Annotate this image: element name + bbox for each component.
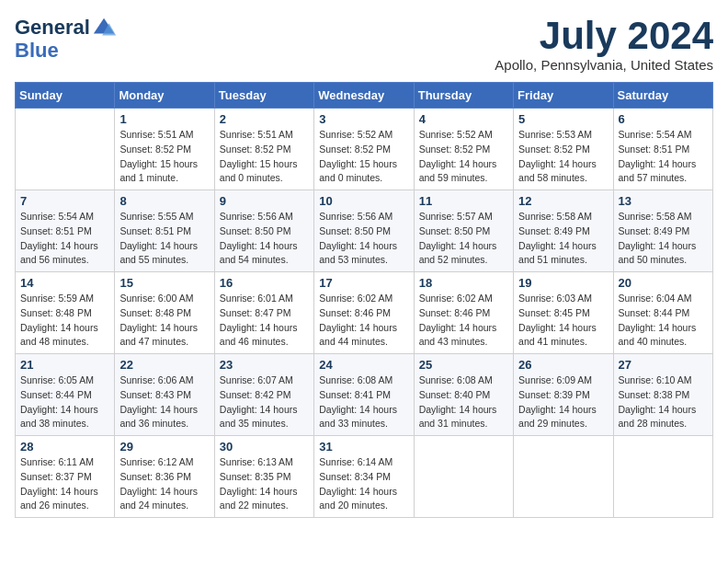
day-number: 23 <box>220 358 309 372</box>
table-row: 21Sunrise: 6:05 AMSunset: 8:44 PMDayligh… <box>16 354 115 436</box>
table-row: 10Sunrise: 5:56 AMSunset: 8:50 PMDayligh… <box>314 190 414 272</box>
cell-info: Sunrise: 6:10 AMSunset: 8:38 PMDaylight:… <box>619 373 708 431</box>
cell-info: Sunrise: 6:07 AMSunset: 8:42 PMDaylight:… <box>220 373 309 431</box>
table-row: 2Sunrise: 5:51 AMSunset: 8:52 PMDaylight… <box>214 109 313 190</box>
cell-info: Sunrise: 5:58 AMSunset: 8:49 PMDaylight:… <box>518 210 608 268</box>
table-row: 20Sunrise: 6:04 AMSunset: 8:44 PMDayligh… <box>613 272 712 354</box>
cell-info: Sunrise: 5:52 AMSunset: 8:52 PMDaylight:… <box>319 128 408 186</box>
header-friday: Friday <box>514 83 613 109</box>
day-number: 14 <box>20 276 109 290</box>
day-number: 28 <box>20 440 109 454</box>
table-row: 7Sunrise: 5:54 AMSunset: 8:51 PMDaylight… <box>16 190 115 272</box>
day-number: 27 <box>619 358 708 372</box>
cell-info: Sunrise: 6:03 AMSunset: 8:45 PMDaylight:… <box>518 292 608 350</box>
table-row: 11Sunrise: 5:57 AMSunset: 8:50 PMDayligh… <box>414 190 513 272</box>
table-row: 17Sunrise: 6:02 AMSunset: 8:46 PMDayligh… <box>314 272 414 354</box>
cell-info: Sunrise: 5:54 AMSunset: 8:51 PMDaylight:… <box>619 128 708 186</box>
cell-info: Sunrise: 6:02 AMSunset: 8:46 PMDaylight:… <box>419 292 508 350</box>
cell-info: Sunrise: 5:56 AMSunset: 8:50 PMDaylight:… <box>220 210 309 268</box>
table-row <box>514 436 613 518</box>
header-saturday: Saturday <box>613 83 712 109</box>
cell-info: Sunrise: 6:11 AMSunset: 8:37 PMDaylight:… <box>20 455 109 513</box>
table-row: 28Sunrise: 6:11 AMSunset: 8:37 PMDayligh… <box>16 436 115 518</box>
cell-info: Sunrise: 5:51 AMSunset: 8:52 PMDaylight:… <box>119 128 209 186</box>
table-row: 18Sunrise: 6:02 AMSunset: 8:46 PMDayligh… <box>414 272 513 354</box>
calendar-week-row: 14Sunrise: 5:59 AMSunset: 8:48 PMDayligh… <box>16 272 713 354</box>
cell-info: Sunrise: 5:56 AMSunset: 8:50 PMDaylight:… <box>319 210 408 268</box>
table-row: 12Sunrise: 5:58 AMSunset: 8:49 PMDayligh… <box>514 190 613 272</box>
day-number: 1 <box>119 112 209 126</box>
cell-info: Sunrise: 6:01 AMSunset: 8:47 PMDaylight:… <box>220 292 309 350</box>
table-row: 23Sunrise: 6:07 AMSunset: 8:42 PMDayligh… <box>214 354 313 436</box>
table-row: 30Sunrise: 6:13 AMSunset: 8:35 PMDayligh… <box>214 436 313 518</box>
table-row <box>613 436 712 518</box>
logo-text-general: General <box>15 17 90 39</box>
cell-info: Sunrise: 6:09 AMSunset: 8:39 PMDaylight:… <box>518 373 608 431</box>
header: General Blue July 2024 Apollo, Pennsylva… <box>15 15 713 73</box>
cell-info: Sunrise: 6:12 AMSunset: 8:36 PMDaylight:… <box>119 455 209 513</box>
table-row: 29Sunrise: 6:12 AMSunset: 8:36 PMDayligh… <box>115 436 214 518</box>
day-number: 24 <box>319 358 408 372</box>
cell-info: Sunrise: 5:51 AMSunset: 8:52 PMDaylight:… <box>220 128 309 186</box>
day-number: 3 <box>319 112 408 126</box>
calendar-week-row: 28Sunrise: 6:11 AMSunset: 8:37 PMDayligh… <box>16 436 713 518</box>
cell-info: Sunrise: 5:57 AMSunset: 8:50 PMDaylight:… <box>419 210 508 268</box>
cell-info: Sunrise: 5:52 AMSunset: 8:52 PMDaylight:… <box>419 128 508 186</box>
table-row: 9Sunrise: 5:56 AMSunset: 8:50 PMDaylight… <box>214 190 313 272</box>
table-row: 24Sunrise: 6:08 AMSunset: 8:41 PMDayligh… <box>314 354 414 436</box>
cell-info: Sunrise: 5:54 AMSunset: 8:51 PMDaylight:… <box>20 210 109 268</box>
table-row: 15Sunrise: 6:00 AMSunset: 8:48 PMDayligh… <box>115 272 214 354</box>
cell-info: Sunrise: 6:06 AMSunset: 8:43 PMDaylight:… <box>119 373 209 431</box>
table-row: 26Sunrise: 6:09 AMSunset: 8:39 PMDayligh… <box>514 354 613 436</box>
day-number: 21 <box>20 358 109 372</box>
header-tuesday: Tuesday <box>214 83 313 109</box>
table-row: 25Sunrise: 6:08 AMSunset: 8:40 PMDayligh… <box>414 354 513 436</box>
page-container: General Blue July 2024 Apollo, Pennsylva… <box>15 15 713 518</box>
day-number: 18 <box>419 276 508 290</box>
logo: General Blue <box>15 15 118 63</box>
month-title: July 2024 <box>495 15 713 57</box>
title-area: July 2024 Apollo, Pennsylvania, United S… <box>495 15 713 73</box>
day-number: 15 <box>119 276 209 290</box>
table-row: 1Sunrise: 5:51 AMSunset: 8:52 PMDaylight… <box>115 109 214 190</box>
header-sunday: Sunday <box>16 83 115 109</box>
cell-info: Sunrise: 5:55 AMSunset: 8:51 PMDaylight:… <box>119 210 209 268</box>
day-number: 31 <box>319 440 408 454</box>
day-number: 17 <box>319 276 408 290</box>
day-number: 25 <box>419 358 508 372</box>
logo-text-blue: Blue <box>15 39 118 63</box>
table-row: 19Sunrise: 6:03 AMSunset: 8:45 PMDayligh… <box>514 272 613 354</box>
day-number: 29 <box>119 440 209 454</box>
day-number: 6 <box>619 112 708 126</box>
cell-info: Sunrise: 6:13 AMSunset: 8:35 PMDaylight:… <box>220 455 309 513</box>
day-number: 22 <box>119 358 209 372</box>
day-number: 26 <box>518 358 608 372</box>
table-row <box>16 109 115 190</box>
table-row: 4Sunrise: 5:52 AMSunset: 8:52 PMDaylight… <box>414 109 513 190</box>
table-row <box>414 436 513 518</box>
day-number: 16 <box>220 276 309 290</box>
calendar-week-row: 7Sunrise: 5:54 AMSunset: 8:51 PMDaylight… <box>16 190 713 272</box>
day-number: 9 <box>220 194 309 208</box>
cell-info: Sunrise: 5:53 AMSunset: 8:52 PMDaylight:… <box>518 128 608 186</box>
cell-info: Sunrise: 6:08 AMSunset: 8:40 PMDaylight:… <box>419 373 508 431</box>
calendar-table: Sunday Monday Tuesday Wednesday Thursday… <box>15 82 713 518</box>
day-number: 2 <box>220 112 309 126</box>
day-number: 4 <box>419 112 508 126</box>
cell-info: Sunrise: 5:58 AMSunset: 8:49 PMDaylight:… <box>619 210 708 268</box>
day-number: 5 <box>518 112 608 126</box>
day-number: 10 <box>319 194 408 208</box>
table-row: 27Sunrise: 6:10 AMSunset: 8:38 PMDayligh… <box>613 354 712 436</box>
calendar-week-row: 21Sunrise: 6:05 AMSunset: 8:44 PMDayligh… <box>16 354 713 436</box>
header-wednesday: Wednesday <box>314 83 414 109</box>
day-number: 12 <box>518 194 608 208</box>
table-row: 13Sunrise: 5:58 AMSunset: 8:49 PMDayligh… <box>613 190 712 272</box>
day-number: 30 <box>220 440 309 454</box>
table-row: 22Sunrise: 6:06 AMSunset: 8:43 PMDayligh… <box>115 354 214 436</box>
day-number: 19 <box>518 276 608 290</box>
table-row: 8Sunrise: 5:55 AMSunset: 8:51 PMDaylight… <box>115 190 214 272</box>
calendar-week-row: 1Sunrise: 5:51 AMSunset: 8:52 PMDaylight… <box>16 109 713 190</box>
day-number: 7 <box>20 194 109 208</box>
table-row: 14Sunrise: 5:59 AMSunset: 8:48 PMDayligh… <box>16 272 115 354</box>
cell-info: Sunrise: 6:05 AMSunset: 8:44 PMDaylight:… <box>20 373 109 431</box>
